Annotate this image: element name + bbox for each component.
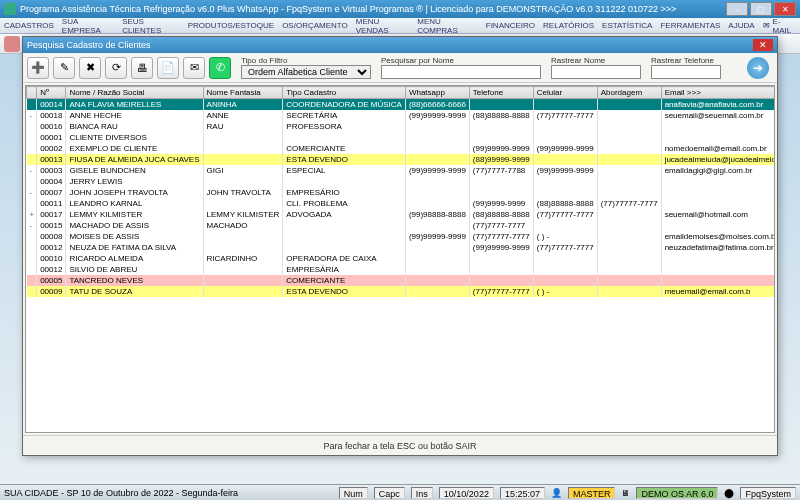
status-fpq[interactable]: FpqSystem	[740, 487, 796, 499]
cell: (77)7777-7788	[469, 165, 533, 176]
search-name-input[interactable]	[381, 65, 541, 79]
expand-toggle[interactable]: -	[27, 165, 37, 176]
table-row[interactable]: -00003GISELE BUNDCHENGIGIESPECIAL(99)999…	[27, 165, 776, 176]
table-row[interactable]: 00004JERRY LEWIS	[27, 176, 776, 187]
table-row[interactable]: 00012SILVIO DE ABREUEMPRESÁRIA	[27, 264, 776, 275]
menu-seus-clientes[interactable]: SEUS CLIENTES	[122, 17, 180, 35]
menu-ferramentas[interactable]: FERRAMENTAS	[660, 21, 720, 30]
expand-toggle[interactable]: -	[27, 99, 37, 111]
cell: (99)98888-8888	[405, 209, 469, 220]
table-row[interactable]: 00008MOISES DE ASSIS(99)99999-9999(77)77…	[27, 231, 776, 242]
expand-toggle[interactable]	[27, 275, 37, 286]
toolbar-icon-0[interactable]	[4, 36, 20, 52]
maximize-button[interactable]: ▢	[750, 2, 772, 16]
col-header[interactable]: Nº	[37, 87, 66, 99]
track-phone-input[interactable]	[651, 65, 721, 79]
col-header[interactable]: Abordagem	[597, 87, 661, 99]
cell	[597, 264, 661, 275]
expand-toggle[interactable]	[27, 121, 37, 132]
cell	[405, 275, 469, 286]
refresh-button[interactable]: ⟳	[105, 57, 127, 79]
cell: RICARDINHO	[203, 253, 283, 264]
table-row[interactable]: 00010RICARDO ALMEIDARICARDINHOOPERADORA …	[27, 253, 776, 264]
cell	[405, 154, 469, 165]
cell	[469, 275, 533, 286]
table-row[interactable]: +00017LEMMY KILMISTERLEMMY KILMISTERADVO…	[27, 209, 776, 220]
table-row[interactable]: -00015MACHADO DE ASSISMACHADO(77)7777-77…	[27, 220, 776, 231]
cell	[469, 121, 533, 132]
table-row[interactable]: -00007JOHN JOSEPH TRAVOLTAJOHN TRAVOLTAE…	[27, 187, 776, 198]
expand-toggle[interactable]	[27, 253, 37, 264]
expand-toggle[interactable]	[27, 242, 37, 253]
expand-toggle[interactable]	[27, 132, 37, 143]
cell: 00004	[37, 176, 66, 187]
expand-toggle[interactable]	[27, 143, 37, 154]
menu-cadastros[interactable]: CADASTROS	[4, 21, 54, 30]
menu-ajuda[interactable]: AJUDA	[728, 21, 754, 30]
modal-title: Pesquisa Cadastro de Clientes	[27, 40, 753, 50]
delete-button[interactable]: ✖	[79, 57, 101, 79]
modal-close-button[interactable]: ✕	[753, 39, 773, 51]
expand-toggle[interactable]	[27, 154, 37, 165]
expand-toggle[interactable]: +	[27, 209, 37, 220]
cell: MACHADO DE ASSIS	[66, 220, 203, 231]
filter-type-select[interactable]: Ordem Alfabetica Cliente	[241, 65, 371, 79]
expand-toggle[interactable]: -	[27, 220, 37, 231]
cell	[203, 286, 283, 297]
whatsapp-button[interactable]: ✆	[209, 57, 231, 79]
export-button[interactable]: 📄	[157, 57, 179, 79]
cell	[533, 187, 597, 198]
menu-estatistica[interactable]: ESTATÍSTICA	[602, 21, 652, 30]
cell	[469, 253, 533, 264]
menu-email[interactable]: ✉ E-MAIL	[763, 17, 796, 35]
menu-os[interactable]: OS/ORÇAMENTO	[282, 21, 348, 30]
table-row[interactable]: 00011LEANDRO KARNALCLI. PROBLEMA(99)9999…	[27, 198, 776, 209]
table-row[interactable]: 00016BIANCA RAURAUPROFESSORA	[27, 121, 776, 132]
table-row[interactable]: -00014ANA FLAVIA MEIRELLESANINHACOORDENA…	[27, 99, 776, 111]
mail-button[interactable]: ✉	[183, 57, 205, 79]
expand-toggle[interactable]	[27, 231, 37, 242]
col-header[interactable]: Nome Fantasia	[203, 87, 283, 99]
table-row[interactable]: 00005TANCREDO NEVESCOMERCIANTE	[27, 275, 776, 286]
cell: 00012	[37, 242, 66, 253]
col-header[interactable]: Tipo Cadastro	[283, 87, 406, 99]
expand-toggle[interactable]	[27, 198, 37, 209]
results-grid[interactable]: NºNome / Razão SocialNome FantasiaTipo C…	[25, 85, 775, 433]
cell	[661, 253, 775, 264]
col-header[interactable]: Whatsapp	[405, 87, 469, 99]
table-row[interactable]: 00009TATU DE SOUZAESTA DEVENDO(77)77777-…	[27, 286, 776, 297]
new-button[interactable]: ➕	[27, 57, 49, 79]
table-row[interactable]: 00012NEUZA DE FATIMA DA SILVA(99)99999-9…	[27, 242, 776, 253]
expand-toggle[interactable]: -	[27, 110, 37, 121]
col-header[interactable]: Celular	[533, 87, 597, 99]
cell	[405, 286, 469, 297]
close-button[interactable]: ✕	[774, 2, 796, 16]
menu-vendas[interactable]: MENU VENDAS	[356, 17, 410, 35]
menu-compras[interactable]: MENU COMPRAS	[417, 17, 477, 35]
cell: (88)88888-8888	[533, 198, 597, 209]
col-header[interactable]: Nome / Razão Social	[66, 87, 203, 99]
table-row[interactable]: 00013FIUSA DE ALMEIDA JUCA CHAVESESTA DE…	[27, 154, 776, 165]
menu-financeiro[interactable]: FINANCEIRO	[486, 21, 535, 30]
expand-toggle[interactable]	[27, 286, 37, 297]
table-row[interactable]: 00001CLIENTE DIVERSOS	[27, 132, 776, 143]
menu-produtos[interactable]: PRODUTOS/ESTOQUE	[188, 21, 274, 30]
expand-toggle[interactable]: -	[27, 187, 37, 198]
print-button[interactable]: 🖶	[131, 57, 153, 79]
menu-sua-empresa[interactable]: SUA EMPRESA	[62, 17, 114, 35]
expand-toggle[interactable]	[27, 264, 37, 275]
minimize-button[interactable]: –	[726, 2, 748, 16]
col-header[interactable]: Email >>>	[661, 87, 775, 99]
expand-toggle[interactable]	[27, 176, 37, 187]
cell: ANINHA	[203, 99, 283, 111]
table-row[interactable]: 00002EXEMPLO DE CLIENTECOMERCIANTE(99)99…	[27, 143, 776, 154]
cell: EMPRESÁRIA	[283, 264, 406, 275]
col-header[interactable]: Telefone	[469, 87, 533, 99]
cell	[203, 242, 283, 253]
table-row[interactable]: -00018ANNE HECHEANNESECRETÁRIA(99)99999-…	[27, 110, 776, 121]
menu-relatorios[interactable]: RELATÓRIOS	[543, 21, 594, 30]
track-name-input[interactable]	[551, 65, 641, 79]
search-go-button[interactable]: ➔	[747, 57, 769, 79]
edit-button[interactable]: ✎	[53, 57, 75, 79]
cell	[203, 143, 283, 154]
